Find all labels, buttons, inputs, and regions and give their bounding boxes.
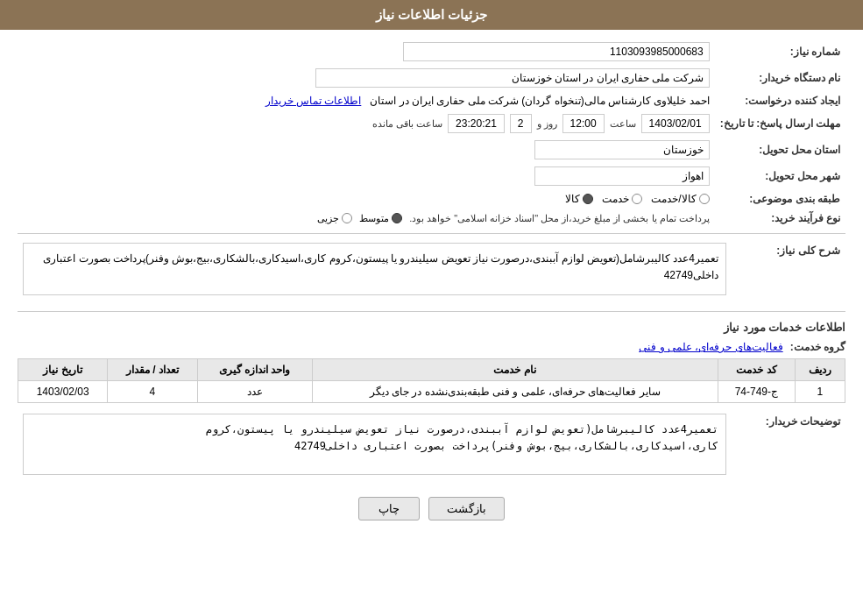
divider1 — [18, 233, 845, 234]
creator-text: احمد خلیلاوی کارشناس مالی(تنخواه گردان) … — [370, 95, 709, 107]
category-options: کالا/خدمت خدمت کالا — [18, 189, 715, 209]
time-label: ساعت — [610, 118, 636, 130]
need-number-value: 1103093985000683 — [18, 39, 715, 65]
description-table: شرح کلی نیاز: تعمیر4عدد کالیبرشامل(تعویض… — [18, 239, 845, 306]
org-name-value: شرکت ملی حفاری ایران در استان خوزستان — [18, 65, 715, 91]
deadline-label: مهلت ارسال پاسخ: تا تاریخ: — [715, 110, 845, 137]
col-header-row: ردیف — [795, 359, 845, 381]
buyer-desc-label: توضیحات خریدار: — [732, 410, 845, 488]
col-header-unit: واحد اندازه گیری — [197, 359, 312, 381]
time-box: 12:00 — [562, 114, 605, 133]
process-radio-row: پرداخت تمام یا بخشی از مبلغ خرید،از محل … — [23, 213, 710, 224]
description-row: شرح کلی نیاز: تعمیر4عدد کالیبرشامل(تعویض… — [18, 239, 845, 306]
buyer-desc-cell — [18, 410, 732, 488]
buttons-row: بازگشت چاپ — [18, 497, 845, 520]
province-label: استان محل تحویل: — [715, 137, 845, 163]
services-table-body: 1 ج-749-74 سایر فعالیت‌های حرفه‌ای، علمی… — [18, 381, 845, 403]
process-label: نوع فرآیند خرید: — [715, 209, 845, 228]
category-option3: کالا/خدمت — [651, 193, 709, 205]
process-option2: متوسط — [359, 213, 402, 224]
city-box: اهواز — [534, 166, 710, 186]
buyer-desc-row: توضیحات خریدار: — [18, 410, 845, 488]
category-label2: خدمت — [602, 193, 629, 205]
description-value-cell: تعمیر4عدد کالیبرشامل(تعویض لوازم آببندی،… — [18, 239, 732, 306]
creator-label: ایجاد کننده درخواست: — [715, 91, 845, 110]
category-option2: خدمت — [602, 193, 642, 205]
province-row: استان محل تحویل: خوزستان — [18, 137, 845, 163]
cell-code: ج-749-74 — [718, 381, 795, 403]
services-table-header-row: ردیف کد خدمت نام خدمت واحد اندازه گیری ت… — [18, 359, 845, 381]
col-header-code: کد خدمت — [718, 359, 795, 381]
date-box: 1403/02/01 — [641, 114, 710, 133]
buyer-desc-textarea[interactable] — [23, 414, 726, 475]
info-table: شماره نیاز: 1103093985000683 نام دستگاه … — [18, 39, 845, 228]
services-table-header: ردیف کد خدمت نام خدمت واحد اندازه گیری ت… — [18, 359, 845, 381]
need-number-box: 1103093985000683 — [403, 42, 710, 61]
category-radio3 — [699, 194, 710, 204]
content-area: شماره نیاز: 1103093985000683 نام دستگاه … — [0, 30, 863, 538]
city-row: شهر محل تحویل: اهواز — [18, 163, 845, 189]
description-box: تعمیر4عدد کالیبرشامل(تعویض لوازم آببندی،… — [23, 243, 726, 295]
buyer-desc-table: توضیحات خریدار: — [18, 410, 845, 488]
category-option1: کالا — [565, 193, 593, 205]
cell-row: 1 — [795, 381, 845, 403]
process-note: پرداخت تمام یا بخشی از مبلغ خرید،از محل … — [409, 213, 710, 224]
remaining-box: 23:20:21 — [448, 114, 505, 133]
deadline-value-cell: 1403/02/01 ساعت 12:00 روز و 2 23:20:21 س… — [18, 110, 715, 137]
category-label: طبقه بندی موضوعی: — [715, 189, 845, 209]
process-row: نوع فرآیند خرید: پرداخت تمام یا بخشی از … — [18, 209, 845, 228]
cell-date: 1403/02/03 — [18, 381, 108, 403]
description-header-label: شرح کلی نیاز: — [732, 239, 845, 306]
process-label2: متوسط — [359, 213, 389, 224]
cell-name: سایر فعالیت‌های حرفه‌ای، علمی و فنی طبقه… — [312, 381, 718, 403]
need-number-row: شماره نیاز: 1103093985000683 — [18, 39, 845, 65]
col-header-name: نام خدمت — [312, 359, 718, 381]
org-name-box: شرکت ملی حفاری ایران در استان خوزستان — [315, 68, 710, 88]
province-box: خوزستان — [534, 140, 710, 159]
province-value: خوزستان — [18, 137, 715, 163]
category-label1: کالا — [565, 193, 580, 205]
remaining-label: ساعت باقی مانده — [372, 118, 442, 130]
col-header-date: تاریخ نیاز — [18, 359, 108, 381]
col-header-qty: تعداد / مقدار — [108, 359, 197, 381]
cell-quantity: 4 — [108, 381, 197, 403]
category-row: طبقه بندی موضوعی: کالا/خدمت خدمت — [18, 189, 845, 209]
process-option1: جزیی — [317, 213, 352, 224]
process-label1: جزیی — [317, 213, 339, 224]
day-box: 2 — [510, 114, 532, 133]
date-row: 1403/02/01 ساعت 12:00 روز و 2 23:20:21 س… — [23, 114, 710, 133]
city-label: شهر محل تحویل: — [715, 163, 845, 189]
print-button[interactable]: چاپ — [358, 497, 420, 520]
creator-row: ایجاد کننده درخواست: احمد خلیلاوی کارشنا… — [18, 91, 845, 110]
process-radio2 — [392, 213, 402, 223]
services-table: ردیف کد خدمت نام خدمت واحد اندازه گیری ت… — [18, 358, 845, 403]
need-number-label: شماره نیاز: — [715, 39, 845, 65]
page-title: جزئیات اطلاعات نیاز — [0, 0, 863, 30]
category-radio1 — [583, 194, 593, 204]
page-wrapper: جزئیات اطلاعات نیاز شماره نیاز: 11030939… — [0, 0, 863, 616]
services-info-header: اطلاعات خدمات مورد نیاز — [18, 317, 845, 337]
group-label: گروه خدمت: — [790, 341, 845, 353]
category-radio-row: کالا/خدمت خدمت کالا — [23, 193, 710, 205]
process-options: پرداخت تمام یا بخشی از مبلغ خرید،از محل … — [18, 209, 715, 228]
creator-value-cell: احمد خلیلاوی کارشناس مالی(تنخواه گردان) … — [18, 91, 715, 110]
table-row: 1 ج-749-74 سایر فعالیت‌های حرفه‌ای، علمی… — [18, 381, 845, 403]
divider2 — [18, 311, 845, 312]
category-label3: کالا/خدمت — [651, 193, 696, 205]
back-button[interactable]: بازگشت — [428, 497, 505, 520]
deadline-row: مهلت ارسال پاسخ: تا تاریخ: 1403/02/01 سا… — [18, 110, 845, 137]
city-value: اهواز — [18, 163, 715, 189]
group-row: گروه خدمت: فعالیت‌های حرفه‌ای، علمی و فن… — [18, 341, 845, 353]
category-radio2 — [632, 194, 642, 204]
org-name-row: نام دستگاه خریدار: شرکت ملی حفاری ایران … — [18, 65, 845, 91]
day-label: روز و — [537, 118, 557, 130]
cell-unit: عدد — [197, 381, 312, 403]
contact-link[interactable]: اطلاعات تماس خریدار — [265, 95, 362, 107]
group-value[interactable]: فعالیت‌های حرفه‌ای، علمی و فنی — [639, 341, 782, 353]
process-radio1 — [342, 213, 352, 223]
org-name-label: نام دستگاه خریدار: — [715, 65, 845, 91]
